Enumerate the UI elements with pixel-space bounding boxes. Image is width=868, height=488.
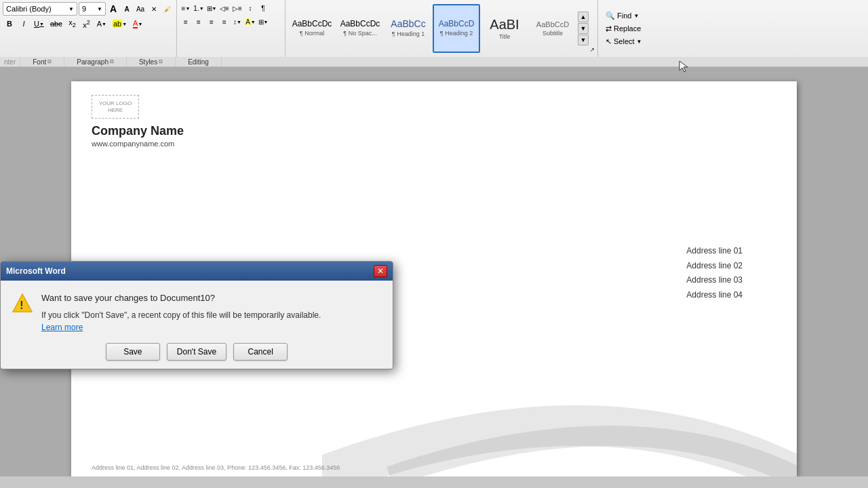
style-cards-container: AaBbCcDc ¶ Normal AaBbCcDc ¶ No Spac... … (288, 4, 576, 53)
style-title[interactable]: AaBI Title (481, 4, 528, 53)
bold-btn[interactable]: B (3, 17, 16, 30)
line-spacing-btn[interactable]: ↕▼ (231, 16, 243, 28)
styles-scroll-controls: ▲ ▼ ▼ (578, 12, 589, 45)
dont-save-button[interactable]: Don't Save (167, 343, 226, 361)
address-line-2: Address line 02 (686, 259, 743, 274)
numbering-btn[interactable]: 1.▼ (193, 2, 205, 14)
ribbon-toolbar: Calibri (Body) ▼ 9 ▼ A A Aa ✕ (0, 0, 868, 57)
font-format-row: B I U ▼ abc x2 x2 A ▼ (3, 17, 174, 30)
paragraph-group: ≡▼ 1.▼ ⊞▼ ◁≡ ▷≡ ↕ ¶ (177, 0, 285, 57)
sort-btn[interactable]: ↕ (244, 2, 256, 14)
change-case-btn[interactable]: Aa (134, 3, 146, 15)
logo-placeholder: YOUR LOGO HERE (92, 95, 139, 119)
replace-btn[interactable]: ⇄ Replace (604, 24, 644, 34)
font-selectors-row: Calibri (Body) ▼ 9 ▼ A A Aa ✕ (3, 2, 174, 16)
align-right-btn[interactable]: ≡ (205, 16, 218, 28)
save-dialog: Microsoft Word ✕ ! Want to save your cha… (0, 261, 393, 369)
address-block: Address line 01 Address line 02 Address … (686, 244, 743, 302)
styles-group: AaBbCcDc ¶ Normal AaBbCcDc ¶ No Spac... … (285, 0, 597, 57)
paragraph-row2: ≡ ≡ ≡ ≡ ↕▼ A ▼ ⊞▼ (180, 16, 282, 28)
ribbon: Calibri (Body) ▼ 9 ▼ A A Aa ✕ (0, 0, 868, 68)
font-label[interactable]: Font ⊡ (20, 57, 64, 66)
align-left-btn[interactable]: ≡ (180, 16, 192, 28)
style-heading2[interactable]: AaBbCcD ¶ Heading 2 (433, 4, 480, 53)
underline-btn[interactable]: U ▼ (31, 17, 47, 30)
address-line-4: Address line 04 (686, 288, 743, 303)
dialog-body: ! Want to save your changes to Document1… (1, 281, 393, 369)
style-subtitle[interactable]: AaBbCcD Subtitle (529, 4, 576, 53)
increase-indent-btn[interactable]: ▷≡ (231, 2, 243, 14)
decorative-curve (322, 341, 797, 476)
select-btn[interactable]: ↖ Select ▼ (604, 37, 644, 47)
styles-more-btn[interactable]: ▼ (578, 35, 589, 45)
font-group: Calibri (Body) ▼ 9 ▼ A A Aa ✕ (0, 0, 177, 57)
shrink-font-btn[interactable]: A (121, 3, 133, 15)
editing-label[interactable]: Editing (176, 57, 222, 66)
paragraph-row1: ≡▼ 1.▼ ⊞▼ ◁≡ ▷≡ ↕ ¶ (180, 2, 282, 14)
dialog-buttons: Save Don't Save Cancel (12, 343, 382, 361)
paragraph-label[interactable]: Paragraph ⊡ (64, 57, 127, 66)
style-heading1[interactable]: AaBbCc ¶ Heading 1 (384, 4, 432, 53)
italic-btn[interactable]: I (17, 17, 31, 30)
find-dropdown-arrow: ▼ (633, 13, 639, 19)
text-color-btn[interactable]: A ▼ (94, 17, 109, 30)
dialog-sub-message: If you click "Don't Save", a recent copy… (41, 309, 321, 321)
styles-expand-icon[interactable]: ↗ (590, 47, 595, 53)
styles-scroll-up[interactable]: ▲ (578, 12, 589, 22)
address-line-1: Address line 01 (686, 244, 743, 259)
dialog-text: Want to save your changes to Document10?… (41, 291, 321, 333)
find-btn[interactable]: 🔍 Find ▼ (604, 11, 644, 21)
font-name-dropdown[interactable]: Calibri (Body) ▼ (3, 2, 77, 16)
dialog-message-row: ! Want to save your changes to Document1… (12, 291, 382, 333)
address-line-3: Address line 03 (686, 273, 743, 288)
font-color-btn[interactable]: A ▼ (130, 17, 145, 30)
dialog-titlebar: Microsoft Word ✕ (1, 262, 393, 281)
format-painter-btn[interactable]: 🖌 (161, 3, 174, 15)
highlight-btn[interactable]: ab ▼ (110, 17, 130, 30)
subscript-btn[interactable]: x2 (66, 17, 79, 30)
justify-btn[interactable]: ≡ (218, 16, 231, 28)
grow-font-btn[interactable]: A (107, 3, 119, 15)
font-dropdown-arrow: ▼ (68, 6, 74, 12)
warning-icon: ! (12, 293, 33, 314)
editing-group: 🔍 Find ▼ ⇄ Replace ↖ Select ▼ (597, 0, 650, 57)
superscript-btn[interactable]: x2 (80, 17, 94, 30)
clear-formatting-btn[interactable]: ✕ (148, 3, 160, 15)
paragraph-expand-icon: ⊡ (110, 59, 114, 64)
cancel-button[interactable]: Cancel (233, 343, 288, 361)
styles-scroll-down[interactable]: ▼ (578, 23, 589, 34)
bullets-btn[interactable]: ≡▼ (180, 2, 192, 14)
learn-more-link[interactable]: Learn more (41, 323, 83, 332)
save-button[interactable]: Save (106, 343, 160, 361)
company-name: Company Name (92, 124, 776, 138)
dialog-title: Microsoft Word (6, 266, 66, 276)
align-center-btn[interactable]: ≡ (193, 16, 205, 28)
size-dropdown-arrow: ▼ (97, 6, 102, 12)
company-website: www.companyname.com (92, 140, 776, 148)
style-normal[interactable]: AaBbCcDc ¶ Normal (288, 4, 336, 53)
style-no-space[interactable]: AaBbCcDc ¶ No Spac... (336, 4, 384, 53)
dialog-close-btn[interactable]: ✕ (374, 265, 387, 277)
font-size-dropdown[interactable]: 9 ▼ (79, 2, 106, 16)
show-para-btn[interactable]: ¶ (257, 2, 269, 14)
strikethrough-btn[interactable]: abc (47, 17, 65, 30)
font-expand-icon: ⊡ (47, 59, 52, 64)
document-footer: Address line 01, Address line 02, Addres… (92, 464, 340, 471)
left-label: nter (0, 57, 20, 66)
styles-expand-icon: ⊡ (159, 59, 163, 64)
decrease-indent-btn[interactable]: ◁≡ (218, 2, 231, 14)
select-dropdown-arrow: ▼ (637, 39, 642, 45)
styles-label[interactable]: Styles ⊡ (127, 57, 176, 66)
ribbon-label-bar: nter Font ⊡ Paragraph ⊡ Styles ⊡ Editing (0, 57, 868, 67)
dialog-main-message: Want to save your changes to Document10? (41, 291, 321, 305)
shading-btn[interactable]: A ▼ (244, 16, 256, 28)
multilevel-btn[interactable]: ⊞▼ (205, 2, 218, 14)
svg-text:!: ! (20, 300, 23, 311)
borders-btn[interactable]: ⊞▼ (257, 16, 269, 28)
